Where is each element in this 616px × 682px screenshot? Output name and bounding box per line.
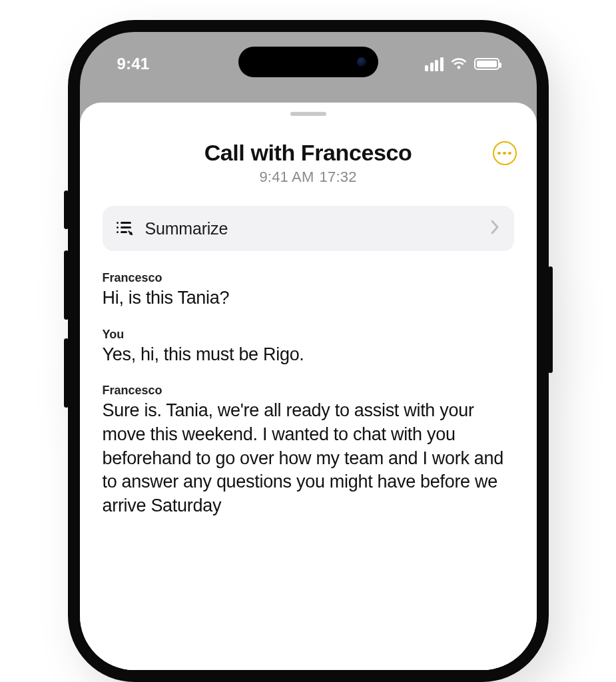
call-title: Call with Francesco — [103, 140, 514, 166]
volume-up-button — [64, 250, 69, 320]
transcript-block: Francesco Hi, is this Tania? — [103, 271, 514, 310]
call-subtitle: 9:41 AM17:32 — [103, 169, 514, 186]
summarize-icon — [116, 220, 133, 236]
cellular-signal-icon — [425, 57, 444, 71]
svg-rect-4 — [117, 231, 119, 233]
bottom-fade — [80, 590, 537, 670]
side-button — [64, 190, 69, 229]
screen: 9:41 — [80, 32, 537, 670]
svg-rect-3 — [121, 226, 131, 228]
transcript: Francesco Hi, is this Tania? You Yes, hi… — [103, 271, 514, 517]
transcript-block: You Yes, hi, this must be Rigo. — [103, 328, 514, 367]
call-duration: 17:32 — [320, 169, 357, 185]
battery-icon — [474, 58, 499, 70]
chevron-right-icon — [490, 220, 499, 237]
volume-down-button — [64, 338, 69, 408]
modal-sheet: Call with Francesco 9:41 AM17:32 — [80, 103, 537, 670]
dynamic-island — [238, 47, 378, 77]
status-time: 9:41 — [117, 55, 150, 73]
svg-rect-2 — [117, 226, 119, 228]
speaker-label: You — [103, 328, 514, 342]
sheet-grabber[interactable] — [290, 112, 326, 116]
call-time: 9:41 AM — [259, 169, 314, 185]
svg-rect-0 — [117, 222, 119, 224]
summarize-button[interactable]: Summarize — [103, 206, 514, 251]
speaker-label: Francesco — [103, 271, 514, 285]
speaker-label: Francesco — [103, 384, 514, 398]
svg-rect-1 — [121, 222, 131, 224]
transcript-text: Sure is. Tania, we're all ready to assis… — [103, 399, 514, 517]
transcript-text: Yes, hi, this must be Rigo. — [103, 343, 514, 367]
power-button — [548, 266, 553, 373]
wifi-icon — [450, 57, 467, 71]
front-camera — [357, 57, 366, 67]
transcript-block: Francesco Sure is. Tania, we're all read… — [103, 384, 514, 517]
transcript-text: Hi, is this Tania? — [103, 286, 514, 310]
phone-frame: 9:41 — [68, 20, 549, 682]
more-options-button[interactable] — [493, 141, 517, 165]
summarize-label: Summarize — [145, 219, 490, 238]
svg-rect-5 — [121, 231, 127, 233]
